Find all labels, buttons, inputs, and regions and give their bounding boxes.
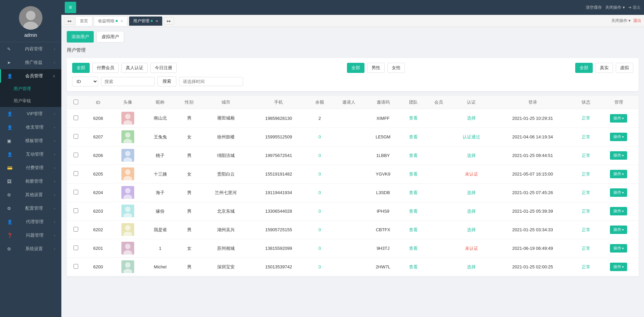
sidebar-item-user-audit[interactable]: 用户审核 — [0, 95, 61, 107]
sidebar-item-user-audit-label: 用户审核 — [13, 98, 31, 103]
filter-female-btn[interactable]: 女性 — [387, 63, 405, 73]
sidebar-item-promotion-arrow: ‹ — [54, 60, 55, 64]
team-view-6205[interactable]: 查看 — [409, 171, 418, 177]
op-button-6204[interactable]: 操作▾ — [610, 188, 627, 197]
team-view-6201[interactable]: 查看 — [409, 246, 418, 251]
cell-avatar-6208 — [112, 109, 144, 128]
sidebar-item-config[interactable]: ⚙ 配置管理 ‹ — [0, 202, 61, 215]
filter-male-btn[interactable]: 男性 — [367, 63, 385, 73]
cert-select-6204[interactable]: 选择 — [467, 190, 476, 195]
user-table-wrap: ID 头像 昵称 性别 城市 手机 余额 邀请人 邀请码 团队 会员 认证 登录… — [67, 96, 639, 276]
cell-cert-6208[interactable]: 选择 — [451, 109, 492, 128]
clear-cache-button[interactable]: 清空缓存 — [586, 5, 602, 10]
select-all-checkbox[interactable] — [74, 100, 78, 104]
cell-cert-6200[interactable]: 选择 — [451, 258, 492, 276]
cell-city-6205: 贵阳白云 — [202, 165, 250, 183]
cell-cert-6203[interactable]: 选择 — [451, 202, 492, 220]
row-checkbox-6205[interactable] — [74, 171, 78, 176]
tab-user-manage[interactable]: 用户管理 ✕ — [129, 16, 163, 26]
tab-next-button[interactable]: ▸▸ — [164, 17, 174, 25]
team-view-6207[interactable]: 查看 — [409, 134, 418, 139]
sidebar-item-system[interactable]: ⚙ 系统设置 ‹ — [0, 242, 61, 256]
team-view-6203[interactable]: 查看 — [409, 209, 418, 214]
op-button-6200[interactable]: 操作▾ — [610, 263, 627, 271]
close-ops-button[interactable]: 关闭操作 ▾ — [605, 5, 624, 10]
sidebar-item-album[interactable]: 🖼 相册管理 ‹ — [0, 175, 61, 188]
cert-select-6203[interactable]: 选择 — [467, 209, 476, 214]
th-gender: 性别 — [177, 96, 202, 109]
exit-button[interactable]: ➜ 退出 — [628, 5, 641, 10]
team-view-6208[interactable]: 查看 — [409, 115, 418, 121]
filter-paid-btn[interactable]: 付费会员 — [92, 63, 119, 73]
tabbar-exit-button[interactable]: 退出 — [633, 18, 641, 24]
tab-income-close-icon[interactable]: ✕ — [120, 19, 123, 23]
row-checkbox-6206[interactable] — [74, 153, 78, 157]
tab-prev-button[interactable]: ◂◂ — [64, 17, 74, 25]
search-type-select[interactable]: ID 昵称 手机 邀请码 — [72, 77, 98, 86]
row-checkbox-6208[interactable] — [74, 115, 78, 120]
add-user-button[interactable]: 添加用户 — [67, 31, 94, 43]
cell-cert-6204[interactable]: 选择 — [451, 183, 492, 202]
filter-all-btn[interactable]: 全部 — [72, 63, 90, 73]
tab-income[interactable]: 收益明细 ✕ — [94, 16, 127, 26]
op-button-6208[interactable]: 操作▾ — [610, 114, 627, 123]
sidebar-item-finance[interactable]: 👤 收支管理 ‹ — [0, 121, 61, 134]
cell-inviter-6206 — [332, 146, 365, 165]
filter-real-btn[interactable]: 真实 — [595, 63, 613, 73]
tab-home[interactable]: 首页 — [76, 16, 92, 26]
menu-toggle-button[interactable]: ≡ — [65, 2, 76, 13]
sidebar-item-interact[interactable]: 👤 互动管理 ‹ — [0, 148, 61, 161]
row-checkbox-6202[interactable] — [74, 227, 78, 232]
close-ops-label: 关闭操作 — [605, 5, 621, 10]
filter-virtual-btn[interactable]: 虚拟 — [616, 63, 633, 73]
sidebar-item-payment[interactable]: 💳 付费管理 ‹ — [0, 161, 61, 175]
search-button[interactable]: 搜索 — [157, 76, 176, 86]
op-button-6206[interactable]: 操作▾ — [610, 151, 627, 160]
sidebar-item-vip[interactable]: 👤 VIP管理 ‹ — [0, 107, 61, 121]
sidebar-item-promotion[interactable]: ➤ 推广收益 ‹ — [0, 56, 61, 69]
sidebar-item-user-manage[interactable]: 用户管理 — [0, 83, 61, 95]
cell-gender-6201: 女 — [177, 239, 202, 258]
cell-phone-6205: 15519191482 — [250, 165, 307, 183]
team-view-6200[interactable]: 查看 — [409, 264, 418, 269]
sidebar-item-agent[interactable]: 👤 代理管理 ‹ — [0, 215, 61, 229]
op-button-6207[interactable]: 操作▾ — [610, 133, 627, 141]
sidebar-item-member[interactable]: 👤 会员管理 ∨ — [0, 69, 61, 83]
op-button-6203[interactable]: 操作▾ — [610, 207, 627, 215]
tabbar-close-ops-button[interactable]: 关闭操作 ▾ — [611, 18, 631, 24]
cell-member-6200 — [426, 258, 451, 276]
cell-cert-6206[interactable]: 选择 — [451, 146, 492, 165]
op-button-6202[interactable]: 操作▾ — [610, 226, 627, 234]
op-dropdown-arrow-6208: ▾ — [622, 116, 624, 120]
tab-user-manage-close-icon[interactable]: ✕ — [155, 19, 158, 23]
sidebar-item-template-arrow: ‹ — [54, 139, 55, 143]
cert-select-6208[interactable]: 选择 — [467, 115, 476, 121]
row-checkbox-6204[interactable] — [74, 190, 78, 194]
team-view-6204[interactable]: 查看 — [409, 190, 418, 195]
filter-type-all-btn[interactable]: 全部 — [575, 63, 593, 73]
row-checkbox-6201[interactable] — [74, 245, 78, 250]
cert-select-6206[interactable]: 选择 — [467, 153, 476, 158]
search-input[interactable] — [101, 77, 155, 86]
team-view-6206[interactable]: 查看 — [409, 153, 418, 158]
sidebar-item-other[interactable]: ⚙ 其他设置 ‹ — [0, 188, 61, 202]
team-view-6202[interactable]: 查看 — [409, 227, 418, 232]
sidebar-item-content[interactable]: ✎ 内容管理 ‹ — [0, 42, 61, 56]
sidebar-item-other-label: 其他设置 — [25, 192, 43, 198]
sidebar-item-template[interactable]: ▣ 模板管理 ‹ — [0, 134, 61, 148]
cell-cert-6202[interactable]: 选择 — [451, 220, 492, 239]
sidebar-item-qa[interactable]: ❓ 问题管理 ‹ — [0, 229, 61, 242]
filter-gender-all-btn[interactable]: 全部 — [347, 63, 364, 73]
cert-status-6205: 未认证 — [465, 171, 478, 177]
filter-today-btn[interactable]: 今日注册 — [150, 63, 177, 73]
op-button-6201[interactable]: 操作▾ — [610, 244, 627, 253]
row-checkbox-6200[interactable] — [74, 264, 78, 269]
op-button-6205[interactable]: 操作▾ — [610, 170, 627, 178]
virtual-user-button[interactable]: 虚拟用户 — [96, 31, 124, 43]
cert-select-6202[interactable]: 选择 — [467, 227, 476, 232]
row-checkbox-6207[interactable] — [74, 134, 78, 139]
filter-real-auth-btn[interactable]: 真人认证 — [121, 63, 148, 73]
date-picker[interactable] — [179, 77, 243, 86]
row-checkbox-6203[interactable] — [74, 208, 78, 213]
cert-select-6200[interactable]: 选择 — [467, 264, 476, 269]
